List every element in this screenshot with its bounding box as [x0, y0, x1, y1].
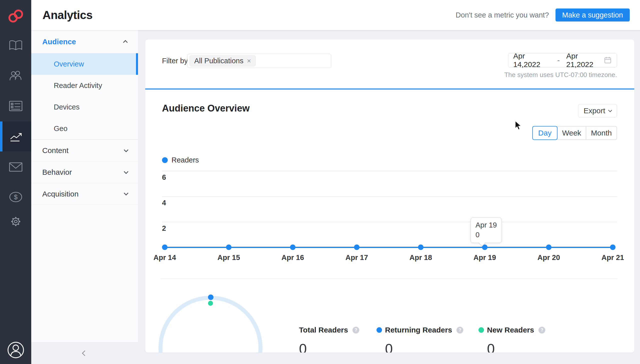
tooltip-date: Apr 19 — [476, 221, 497, 229]
metric-value: 0 — [385, 340, 463, 352]
mail-icon — [9, 162, 23, 172]
metric-dot — [376, 327, 382, 333]
sidebar-item-publications[interactable] — [0, 30, 31, 60]
data-point[interactable] — [546, 244, 552, 250]
x-axis-tick-label: Apr 18 — [401, 254, 441, 262]
sidebar-item-people[interactable] — [0, 61, 31, 91]
gridline — [162, 196, 617, 197]
account-avatar[interactable] — [0, 340, 31, 360]
data-point[interactable] — [610, 244, 616, 250]
x-axis-tick-label: Apr 15 — [209, 254, 249, 262]
gridline — [162, 171, 617, 171]
chevron-left-icon — [82, 350, 88, 356]
avatar-icon — [7, 341, 24, 359]
chart-section-divider — [161, 278, 617, 279]
help-icon[interactable]: ? — [456, 327, 463, 334]
x-axis-tick-label: Apr 19 — [465, 254, 505, 262]
donut-ring — [160, 298, 260, 352]
make-suggestion-button[interactable]: Make a suggestion — [556, 8, 630, 22]
granularity-day-button[interactable]: Day — [532, 126, 558, 140]
subnav-section-audience[interactable]: Audience — [31, 30, 138, 53]
subnav-item-label: Devices — [54, 103, 80, 111]
subnav-item-overview[interactable]: Overview — [31, 53, 138, 75]
subnav-item-reader-activity[interactable]: Reader Activity — [31, 75, 138, 96]
subnav-item-devices[interactable]: Devices — [31, 96, 138, 118]
dollar-icon: $ — [9, 191, 23, 203]
subnav-section-acquisition[interactable]: Acquisition — [31, 183, 138, 205]
analytics-subnav: Audience Overview Reader Activity Device… — [31, 30, 138, 364]
sidebar-item-posts[interactable] — [0, 91, 31, 121]
x-axis-tick-label: Apr 21 — [593, 254, 633, 262]
gridline — [162, 222, 617, 222]
chevron-down-icon — [124, 148, 128, 152]
gear-icon — [9, 215, 22, 228]
subnav-section-behavior[interactable]: Behavior — [31, 161, 138, 183]
top-header: Analytics Don't see a metric you want? M… — [31, 0, 640, 30]
subnav-item-label: Overview — [54, 60, 84, 68]
subnav-item-geo[interactable]: Geo — [31, 118, 138, 139]
y-axis-tick-label: 4 — [162, 199, 166, 207]
brand-logo[interactable] — [0, 7, 31, 25]
help-icon[interactable]: ? — [538, 327, 545, 334]
metric-value: 0 — [487, 340, 545, 352]
metric-value: 0 — [299, 340, 359, 352]
donut-marker-returning[interactable] — [208, 294, 214, 300]
collapse-sidebar-button[interactable] — [31, 342, 138, 364]
donut-marker-new[interactable] — [208, 301, 213, 306]
subnav-item-label: Geo — [54, 124, 68, 133]
readers-series-line — [165, 247, 613, 248]
metric-returning-readers: Returning Readers ? 0 — [376, 324, 463, 352]
readers-donut-chart — [153, 293, 270, 352]
x-axis-tick-label: Apr 17 — [337, 254, 377, 262]
metric-new-readers: New Readers ? 0 — [478, 324, 545, 352]
metric-total-readers: Total Readers ? 0 — [299, 324, 359, 352]
section-label: Acquisition — [42, 190, 78, 198]
x-axis-tick-label: Apr 16 — [273, 254, 313, 262]
metric-label: Total Readers — [299, 326, 348, 334]
help-icon[interactable]: ? — [352, 327, 359, 334]
book-icon — [8, 40, 23, 52]
suggestion-hint: Don't see a metric you want? — [456, 11, 549, 19]
y-axis-tick-label: 2 — [162, 224, 166, 232]
section-label: Behavior — [42, 168, 72, 176]
page-title: Analytics — [42, 8, 92, 22]
data-point[interactable] — [162, 244, 168, 250]
data-point[interactable] — [290, 244, 296, 250]
sidebar-item-email[interactable] — [0, 152, 31, 182]
users-icon — [8, 70, 23, 82]
data-point[interactable] — [354, 244, 360, 250]
sidebar-item-statistics[interactable] — [0, 122, 31, 152]
stats-chart-icon — [8, 130, 23, 142]
chevron-down-icon — [124, 191, 128, 195]
subnav-item-label: Reader Activity — [54, 82, 102, 90]
sidebar-item-settings[interactable] — [0, 206, 31, 236]
x-axis-tick-label: Apr 14 — [145, 254, 185, 262]
section-label: Audience — [42, 38, 76, 46]
metric-label: Returning Readers — [385, 326, 452, 334]
article-list-icon — [9, 100, 23, 112]
chart-tooltip: Apr 19 0 — [470, 218, 502, 243]
y-axis-tick-label: 6 — [162, 173, 166, 182]
issuu-logo-icon — [8, 9, 24, 23]
metric-dot — [478, 327, 484, 333]
subnav-panel: Audience Overview Reader Activity Device… — [31, 30, 138, 342]
svg-text:$: $ — [14, 193, 18, 201]
subnav-section-content[interactable]: Content — [31, 140, 138, 161]
data-point[interactable] — [418, 244, 424, 250]
chevron-up-icon — [123, 40, 128, 44]
metric-label: New Readers — [487, 326, 534, 334]
tooltip-value: 0 — [476, 231, 497, 239]
x-axis-tick-label: Apr 20 — [529, 254, 569, 262]
section-label: Content — [42, 146, 68, 155]
main-content: Filter by All Publications × Apr 14,2022… — [138, 30, 640, 364]
chevron-down-icon — [124, 169, 128, 174]
audience-overview-card: Filter by All Publications × Apr 14,2022… — [145, 40, 634, 352]
data-point[interactable] — [226, 244, 232, 250]
icon-rail: $ — [0, 0, 31, 364]
